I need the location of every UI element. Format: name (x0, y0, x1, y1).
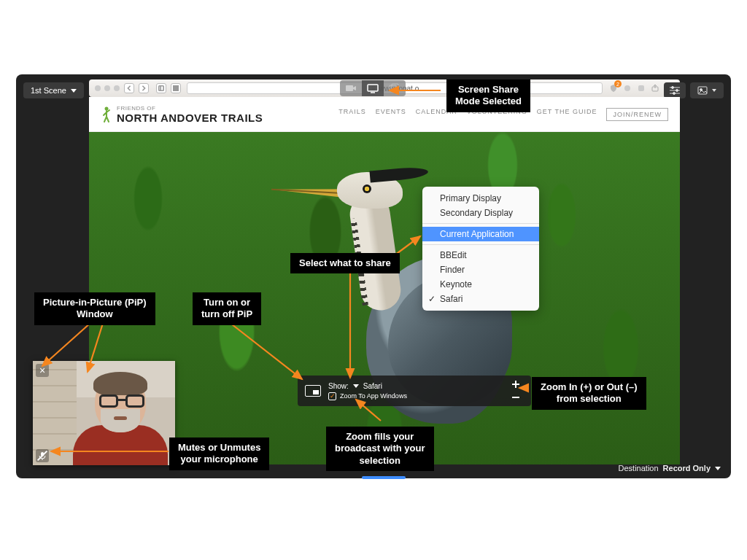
svg-point-15 (672, 87, 674, 89)
svg-rect-20 (346, 85, 353, 91)
zoom-out-button[interactable] (508, 392, 524, 403)
nav-link[interactable]: TRAILS (338, 108, 366, 121)
svg-point-25 (105, 106, 109, 110)
callout-zoom-fill: Zoom fills your broadcast with your sele… (326, 427, 434, 471)
svg-rect-24 (392, 84, 398, 90)
chevron-down-icon (71, 89, 77, 93)
svg-rect-4 (174, 89, 175, 90)
menu-item-checked[interactable]: Safari (422, 292, 539, 306)
zoom-checkbox-label: Zoom To App Windows (340, 392, 407, 400)
chevron-down-icon (353, 384, 359, 388)
svg-rect-5 (177, 89, 178, 90)
window-traffic-lights (95, 85, 120, 91)
destination-label: Destination (619, 464, 659, 472)
menu-divider (422, 223, 539, 224)
progress-indicator (362, 476, 406, 479)
menu-item[interactable]: Finder (422, 262, 539, 277)
chevron-down-icon (712, 89, 716, 92)
logo-small-text: FRIENDS OF (117, 105, 263, 112)
zoom-in-button[interactable] (508, 378, 524, 390)
callout-zoom-io: Zoom In (+) or Out (–) from selection (532, 377, 646, 410)
share-mode-segmented[interactable] (340, 80, 406, 96)
screen-mode-icon[interactable] (362, 80, 384, 96)
extension1-icon[interactable] (622, 83, 632, 93)
callout-mute: Mutes or Unmutes your microphone (169, 438, 269, 470)
menu-item[interactable]: Keynote (422, 277, 539, 292)
sidebar-button[interactable] (156, 83, 166, 93)
pip-window[interactable]: × (33, 361, 175, 465)
scene-selector[interactable]: 1st Scene (23, 82, 84, 98)
mic-mute-button[interactable] (36, 449, 49, 462)
svg-rect-3 (177, 86, 178, 88)
callout-pip: Picture-in-Picture (PiP) Window (34, 292, 155, 325)
checkbox-icon (328, 392, 336, 400)
stage-right-tools (664, 82, 724, 98)
show-label: Show: (328, 382, 349, 390)
destination-value: Record Only (663, 464, 711, 472)
back-button[interactable] (124, 83, 134, 93)
camera-mode-icon[interactable] (340, 80, 362, 96)
join-button[interactable]: JOIN/RENEW (606, 108, 668, 121)
show-value[interactable]: Safari (363, 382, 382, 390)
svg-point-17 (673, 93, 676, 95)
zoom-to-windows-checkbox[interactable]: Zoom To App Windows (328, 392, 500, 400)
nav-link[interactable]: EVENTS (376, 108, 406, 121)
hiker-icon (101, 106, 112, 123)
callout-screen-share: Screen Share Mode Selected (446, 79, 530, 112)
shield-icon[interactable] (608, 83, 619, 93)
settings-sliders-button[interactable] (664, 82, 686, 98)
forward-button[interactable] (139, 83, 149, 93)
svg-point-7 (624, 85, 630, 91)
extension2-icon[interactable] (636, 83, 646, 93)
callout-select-share: Select what to share (290, 253, 400, 273)
nav-link[interactable]: GET THE GUIDE (537, 108, 597, 121)
svg-rect-2 (174, 86, 175, 88)
share-control-bar: Show: Safari Zoom To App Windows (298, 376, 531, 406)
share-browser-icon[interactable] (650, 83, 660, 93)
menu-divider (422, 244, 539, 245)
svg-point-16 (676, 90, 678, 92)
pip-toggle-button[interactable] (305, 385, 321, 397)
destination-selector[interactable]: Destination Record Only (619, 464, 721, 472)
hero-image (89, 132, 680, 464)
presenter-avatar (73, 374, 168, 465)
grid-button[interactable] (171, 83, 181, 93)
menu-item[interactable]: Secondary Display (422, 206, 539, 220)
svg-rect-21 (368, 85, 378, 91)
menu-item-selected[interactable]: Current Application (422, 227, 539, 241)
callout-pip-toggle: Turn on or turn off PiP (193, 292, 261, 325)
share-source-menu[interactable]: Primary Display Secondary Display Curren… (422, 187, 539, 311)
menu-item[interactable]: Primary Display (422, 191, 539, 206)
svg-rect-8 (638, 85, 644, 91)
chevron-down-icon (715, 467, 721, 470)
scene-label: 1st Scene (31, 86, 66, 95)
pip-close-button[interactable]: × (36, 364, 49, 377)
slides-mode-icon[interactable] (384, 80, 406, 96)
site-header: FRIENDS OF NORTH ANDOVER TRAILS TRAILS E… (89, 97, 680, 132)
broadcast-stage: 1st Scene www.fonat.o (16, 74, 731, 478)
svg-rect-23 (390, 85, 396, 91)
site-logo: FRIENDS OF NORTH ANDOVER TRAILS (101, 105, 263, 124)
menu-item[interactable]: BBEdit (422, 248, 539, 262)
media-picker-button[interactable] (690, 82, 724, 98)
logo-big-text: NORTH ANDOVER TRAILS (117, 112, 263, 124)
